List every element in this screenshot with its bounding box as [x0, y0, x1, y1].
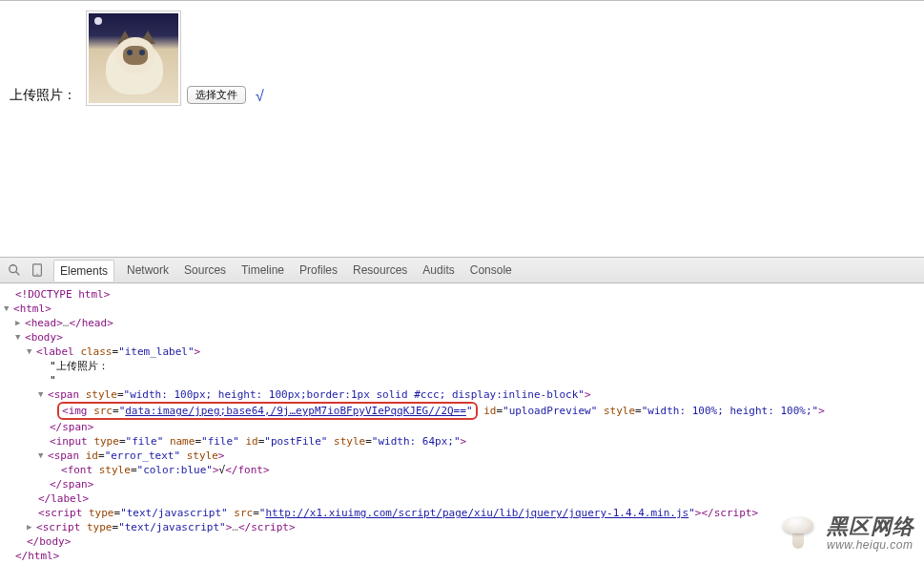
- dom-head[interactable]: ▶<head>…</head>: [4, 316, 924, 330]
- page-content: 上传照片： 选择文件 √: [0, 0, 924, 258]
- mushroom-icon: [777, 512, 819, 554]
- upload-preview-image: [89, 13, 178, 103]
- dom-error-span-close[interactable]: </span>: [4, 477, 924, 491]
- watermark-url: www.heiqu.com: [827, 539, 914, 552]
- devtools-tabbar: Elements Network Sources Timeline Profil…: [0, 258, 924, 283]
- tab-sources[interactable]: Sources: [181, 259, 229, 282]
- upload-label-row: 上传照片： 选择文件 √: [10, 10, 914, 106]
- dom-input[interactable]: <input type="file" name="file" id="postF…: [4, 434, 924, 449]
- svg-line-1: [16, 272, 20, 276]
- upload-label: 上传照片：: [10, 87, 76, 104]
- tab-elements[interactable]: Elements: [53, 260, 114, 282]
- dom-html-open[interactable]: ▼<html>: [4, 302, 924, 316]
- success-checkmark-icon: √: [256, 88, 264, 105]
- dom-body-open[interactable]: ▼<body>: [4, 330, 924, 345]
- device-icon[interactable]: [31, 263, 44, 277]
- elements-panel[interactable]: <!DOCTYPE html> ▼<html> ▶<head>…</head> …: [0, 283, 924, 564]
- dom-label-text1[interactable]: "上传照片：: [4, 359, 924, 373]
- tab-profiles[interactable]: Profiles: [297, 259, 340, 282]
- dom-error-span-open[interactable]: ▼<span id="error_text" style>: [4, 449, 924, 463]
- tab-resources[interactable]: Resources: [350, 259, 410, 282]
- upload-preview-container: [86, 10, 181, 106]
- watermark: 黑区网络 www.heiqu.com: [777, 512, 914, 554]
- dom-font[interactable]: <font style="color:blue">√</font>: [4, 463, 924, 477]
- dom-label-open[interactable]: ▼<label class="item_label">: [4, 345, 924, 359]
- svg-point-0: [10, 265, 17, 273]
- tab-timeline[interactable]: Timeline: [238, 259, 287, 282]
- dom-img-highlighted[interactable]: <img src="data:image/jpeg;base64,/9j…eyp…: [4, 402, 924, 420]
- tab-audits[interactable]: Audits: [420, 259, 457, 282]
- dom-doctype[interactable]: <!DOCTYPE html>: [4, 287, 924, 302]
- watermark-title: 黑区网络: [827, 515, 914, 538]
- tab-network[interactable]: Network: [124, 259, 172, 282]
- svg-point-3: [36, 274, 37, 275]
- tab-console[interactable]: Console: [467, 259, 515, 282]
- dom-span-preview[interactable]: ▼<span style="width: 100px; height: 100p…: [4, 387, 924, 402]
- search-icon[interactable]: [8, 263, 21, 277]
- dom-span-close[interactable]: </span>: [4, 420, 924, 434]
- dom-label-text2[interactable]: ": [4, 373, 924, 387]
- dom-label-close[interactable]: </label>: [4, 491, 924, 506]
- choose-file-button[interactable]: 选择文件: [187, 86, 246, 104]
